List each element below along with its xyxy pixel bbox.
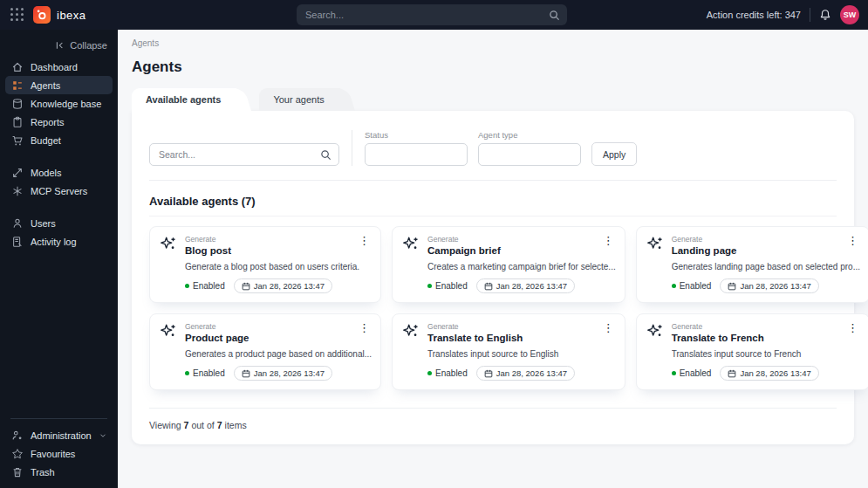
kebab-menu-icon[interactable] [845, 235, 860, 247]
page-title: Agents [132, 58, 854, 76]
home-icon [11, 61, 24, 73]
sidebar-item-label: MCP Servers [31, 186, 87, 196]
sidebar-item-users[interactable]: Users [5, 214, 113, 232]
tab-your-agents[interactable]: Your agents [259, 88, 339, 111]
sidebar-collapse-button[interactable]: Collapse [0, 35, 118, 58]
card-category: Generate [427, 235, 594, 244]
sidebar: Collapse Dashboard Agents Knowledge base… [0, 30, 118, 488]
status-badge: Enabled [427, 281, 468, 291]
sidebar-item-label: Activity log [31, 237, 77, 247]
agent-card[interactable]: Generate Product page Generates a produc… [149, 313, 381, 390]
global-search-input[interactable] [305, 10, 549, 20]
sidebar-item-favourites[interactable]: Favourites [5, 444, 113, 463]
sidebar-item-mcp-servers[interactable]: MCP Servers [5, 182, 113, 200]
database-icon [11, 98, 24, 110]
action-credits: Action credits left: 347 [707, 10, 801, 20]
calendar-icon [242, 282, 250, 291]
sidebar-item-activity-log[interactable]: Activity log [5, 232, 113, 251]
kebab-menu-icon[interactable] [845, 322, 860, 334]
activity-log-icon [11, 236, 24, 248]
kebab-menu-icon[interactable] [601, 322, 616, 334]
date-badge: Jan 28, 2026 13:47 [476, 366, 575, 381]
sidebar-item-dashboard[interactable]: Dashboard [5, 58, 113, 76]
sidebar-item-label: Trash [31, 467, 55, 478]
status-badge: Enabled [185, 281, 225, 291]
card-description: Generates a product page based on additi… [185, 349, 372, 359]
tab-available-agents[interactable]: Available agents [132, 88, 236, 111]
sidebar-item-label: Models [31, 168, 61, 178]
agents-panel: Status Agent type Apply Available agents… [132, 111, 854, 444]
status-select[interactable] [365, 143, 468, 166]
kebab-menu-icon[interactable] [357, 235, 372, 247]
date-text: Jan 28, 2026 13:47 [740, 368, 810, 378]
ibexa-logo-icon[interactable] [33, 6, 51, 24]
date-badge: Jan 28, 2026 13:47 [234, 366, 332, 381]
status-text: Enabled [193, 368, 225, 378]
sparkle-icon [646, 322, 665, 341]
kebab-menu-icon[interactable] [357, 322, 372, 334]
card-category: Generate [672, 322, 838, 331]
section-title: Available agents (7) [149, 195, 837, 208]
sidebar-item-trash[interactable]: Trash [5, 463, 113, 481]
agent-card[interactable]: Generate Translate to English Translates… [392, 313, 625, 390]
breadcrumb[interactable]: Agents [132, 38, 854, 48]
card-category: Generate [185, 235, 350, 244]
topbar-divider [810, 8, 810, 22]
chevron-down-icon [99, 431, 107, 440]
card-title: Product page [185, 333, 350, 343]
search-icon [549, 10, 560, 21]
status-text: Enabled [680, 281, 712, 291]
card-title: Landing page [672, 245, 838, 256]
global-search[interactable] [297, 4, 567, 25]
enabled-dot-icon [672, 284, 676, 288]
models-icon [11, 167, 24, 179]
agents-search[interactable] [149, 143, 339, 166]
card-title: Translate to French [672, 333, 838, 343]
agents-search-input[interactable] [159, 149, 320, 160]
filter-bar: Status Agent type Apply [149, 130, 837, 166]
agent-type-label: Agent type [478, 130, 581, 140]
date-badge: Jan 28, 2026 13:47 [720, 278, 818, 293]
filter-bottom-divider [149, 180, 837, 181]
sidebar-item-reports[interactable]: Reports [5, 113, 113, 131]
kebab-menu-icon[interactable] [601, 235, 616, 247]
card-category: Generate [427, 322, 594, 331]
agent-card[interactable]: Generate Translate to French Translates … [636, 313, 868, 390]
avatar[interactable]: SW [840, 5, 859, 24]
calendar-icon [242, 369, 250, 378]
card-description: Generate a blog post based on users crit… [185, 262, 372, 271]
status-badge: Enabled [672, 281, 712, 291]
filter-divider [352, 130, 352, 166]
card-description: Creates a marketing campaign brief for s… [427, 262, 616, 271]
sidebar-item-administration[interactable]: Administration [5, 426, 113, 444]
top-bar: ibexa Action credits left: 347 SW [0, 0, 868, 30]
date-badge: Jan 28, 2026 13:47 [720, 366, 818, 381]
sidebar-item-budget[interactable]: Budget [5, 131, 113, 149]
sidebar-item-knowledge-base[interactable]: Knowledge base [5, 94, 113, 113]
agent-card[interactable]: Generate Landing page Generates landing … [636, 226, 868, 303]
calendar-icon [484, 369, 493, 378]
collapse-label: Collapse [70, 40, 107, 51]
agents-icon [11, 79, 24, 92]
agent-type-select[interactable] [478, 143, 581, 166]
status-text: Enabled [435, 281, 468, 291]
date-text: Jan 28, 2026 13:47 [254, 368, 325, 378]
date-text: Jan 28, 2026 13:47 [496, 281, 567, 291]
sidebar-item-label: Reports [31, 117, 65, 127]
card-category: Generate [672, 235, 838, 244]
agent-card[interactable]: Generate Blog post Generate a blog post … [149, 226, 381, 303]
calendar-icon [484, 282, 493, 291]
viewing-summary: Viewing7out of7items [149, 420, 837, 430]
date-badge: Jan 28, 2026 13:47 [476, 278, 575, 293]
status-text: Enabled [193, 281, 225, 291]
apps-grid-icon[interactable] [10, 8, 24, 22]
trash-icon [11, 466, 24, 478]
sidebar-item-label: Users [31, 218, 56, 229]
notifications-bell-icon[interactable] [819, 9, 831, 21]
apply-button[interactable]: Apply [591, 142, 637, 166]
sidebar-item-models[interactable]: Models [5, 163, 113, 182]
agent-card[interactable]: Generate Campaign brief Creates a market… [392, 226, 625, 303]
card-description: Translates input source to French [672, 349, 860, 359]
card-title: Campaign brief [427, 245, 594, 256]
sidebar-item-agents[interactable]: Agents [5, 76, 113, 94]
